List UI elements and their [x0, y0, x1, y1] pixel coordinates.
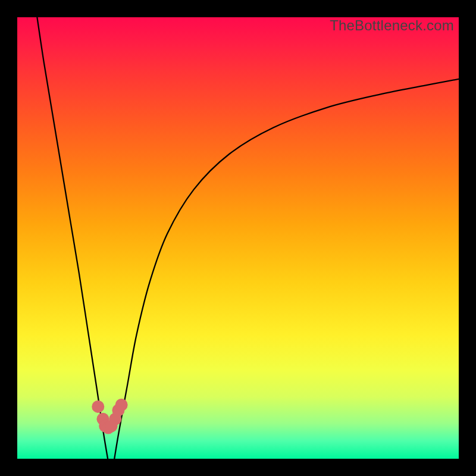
watermark-text: TheBottleneck.com — [330, 17, 454, 34]
curve-group — [37, 17, 459, 459]
valley-marker — [92, 400, 104, 413]
chart-frame: TheBottleneck.com — [17, 17, 459, 459]
valley-marker — [115, 399, 128, 411]
curve-left-branch — [37, 17, 108, 459]
curve-right-branch — [114, 79, 459, 459]
chart-svg — [17, 17, 459, 459]
